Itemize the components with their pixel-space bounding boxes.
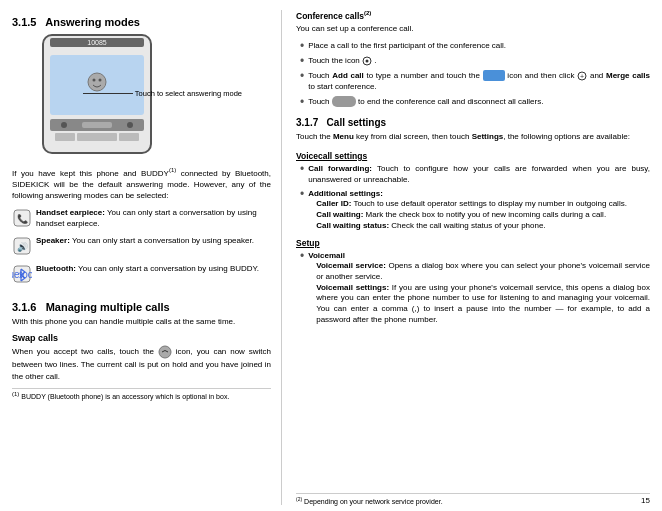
- left-column: 3.1.5 Answering modes 10085: [12, 10, 282, 505]
- footnote-left: (1) BUDDY (Bluetooth phone) is an access…: [12, 388, 271, 401]
- additional-settings-text: Additional settings: Caller ID: Touch to…: [308, 188, 627, 232]
- touch-icon: [362, 56, 372, 66]
- conf-sup: (2): [364, 10, 371, 16]
- add-call-icon-inline: [483, 70, 505, 81]
- voicecall-header: Voicecall settings: [296, 151, 650, 161]
- phone-mockup-container: 10085: [42, 34, 182, 154]
- swap-calls-header: Swap calls: [12, 333, 271, 343]
- footnote-1: (1) BUDDY (Bluetooth phone) is an access…: [12, 393, 229, 400]
- call-forwarding-bullet: • Call forwarding: Touch to configure ho…: [296, 163, 650, 185]
- footer: (2) Depending on your network service pr…: [296, 493, 650, 505]
- bullet-dot-1: •: [300, 40, 304, 52]
- para-buddy: If you have kept this phone and BUDDY(1)…: [12, 166, 271, 201]
- page: 3.1.5 Answering modes 10085: [0, 0, 662, 511]
- conf-intro: You can set up a conference call.: [296, 23, 650, 34]
- bullet-dot-3: •: [300, 70, 304, 82]
- call-forwarding-text: Call forwarding: Touch to configure how …: [308, 163, 650, 185]
- bullet-4: • Touch to end the conference call and d…: [296, 96, 650, 108]
- svg-point-2: [99, 79, 102, 82]
- section-315-title: Answering modes: [45, 16, 140, 28]
- section-315-number: 3.1.5: [12, 16, 36, 28]
- phone-screen: [50, 55, 144, 115]
- bullet-text-2: Touch the icon .: [308, 55, 376, 66]
- section-316-number: 3.1.6: [12, 301, 36, 313]
- swap-icon: [158, 345, 172, 359]
- voicemail-bullet: • Voicemail Voicemail service: Opens a d…: [296, 250, 650, 326]
- conf-calls-title: Conference calls(2): [296, 10, 650, 21]
- right-column: Conference calls(2) You can set up a con…: [282, 10, 650, 505]
- add-icon-inline: +: [577, 71, 587, 81]
- svg-point-10: [159, 346, 171, 358]
- phone-number-bar: 10085: [50, 38, 144, 47]
- voicemail-text: Voicemail Voicemail service: Opens a dia…: [308, 250, 650, 326]
- svg-point-12: [366, 59, 369, 62]
- speaker-text: Speaker: You can only start a conversati…: [36, 235, 271, 246]
- additional-settings-bullet: • Additional settings: Caller ID: Touch …: [296, 188, 650, 232]
- bullet-dot-as: •: [300, 188, 304, 200]
- svg-text:📞: 📞: [17, 213, 29, 225]
- svg-text:+: +: [580, 73, 584, 80]
- bullet-dot-cf: •: [300, 163, 304, 175]
- bullet-dot-2: •: [300, 55, 304, 67]
- end-call-icon-inline: [332, 96, 356, 107]
- speaker-icon: 🔊: [12, 236, 32, 256]
- bluetooth-icon: ⨯ Bluetooth;: [12, 264, 32, 284]
- setup-header: Setup: [296, 238, 650, 248]
- handset-icon-cell: 📞: [12, 208, 36, 230]
- bullet-text-3: Touch Add call to type a number and touc…: [308, 70, 650, 93]
- bluetooth-row: ⨯ Bluetooth; Bluetooth: You can only sta…: [12, 263, 271, 286]
- key-mid: [77, 133, 117, 141]
- handset-icon: 📞: [12, 208, 32, 228]
- call-waiting-status-text: Call waiting status: Check the call wait…: [316, 221, 627, 232]
- voicemail-settings-text: Voicemail settings: If you are using you…: [316, 283, 650, 326]
- bullet-dot-4: •: [300, 96, 304, 108]
- bullet-3: • Touch Add call to type a number and to…: [296, 70, 650, 93]
- phone-dot-2: [127, 122, 133, 128]
- bullet-1: • Place a call to the first participant …: [296, 40, 650, 52]
- phone-bottom-bar: [50, 119, 144, 131]
- section-316-header: 3.1.6 Managing multiple calls: [12, 301, 271, 313]
- phone-keypad: [50, 133, 144, 141]
- section-316-title: Managing multiple calls: [46, 301, 170, 313]
- touch-arrow-label: Touch to select answering mode: [135, 89, 242, 98]
- bluetooth-text: Bluetooth: You can only start a conversa…: [36, 263, 271, 274]
- speaker-row: 🔊 Speaker: You can only start a conversa…: [12, 235, 271, 258]
- footnote-2: (2) Depending on your network service pr…: [296, 496, 443, 505]
- bullet-2: • Touch the icon .: [296, 55, 650, 67]
- svg-text:🔊: 🔊: [17, 241, 29, 253]
- key-right: [119, 133, 139, 141]
- section-317-header: 3.1.7 Call settings: [296, 117, 650, 128]
- handset-row: 📞 Handset earpiece: You can only start a…: [12, 207, 271, 230]
- svg-point-1: [93, 79, 96, 82]
- bullet-text-4: Touch to end the conference call and dis…: [308, 96, 543, 107]
- section-315-header: 3.1.5 Answering modes: [12, 16, 271, 28]
- call-waiting-text: Call waiting: Mark the check box to noti…: [316, 210, 627, 221]
- phone-dot-1: [61, 122, 67, 128]
- bluetooth-icon-cell: ⨯ Bluetooth;: [12, 264, 36, 286]
- settings-intro: Touch the Menu key from dial screen, the…: [296, 131, 650, 142]
- right-col-inner: Conference calls(2) You can set up a con…: [296, 10, 650, 505]
- handset-text: Handset earpiece: You can only start a c…: [36, 207, 271, 229]
- touch-arrow-annotation: Touch to select answering mode: [83, 89, 242, 98]
- bullet-dot-vm: •: [300, 250, 304, 262]
- swap-calls-para: When you accept two calls, touch the ico…: [12, 345, 271, 381]
- bullet-text-1: Place a call to the first participant of…: [308, 40, 506, 51]
- key-left: [55, 133, 75, 141]
- voicemail-service-text: Voicemail service: Opens a dialog box wh…: [316, 261, 650, 283]
- speaker-icon-cell: 🔊: [12, 236, 36, 258]
- page-number: 15: [641, 496, 650, 505]
- arrow-line: [83, 93, 133, 94]
- phone-dpad: [82, 122, 112, 128]
- para-multiple-calls: With this phone you can handle multiple …: [12, 316, 271, 327]
- caller-id-text: Caller ID: Touch to use default operator…: [316, 199, 627, 210]
